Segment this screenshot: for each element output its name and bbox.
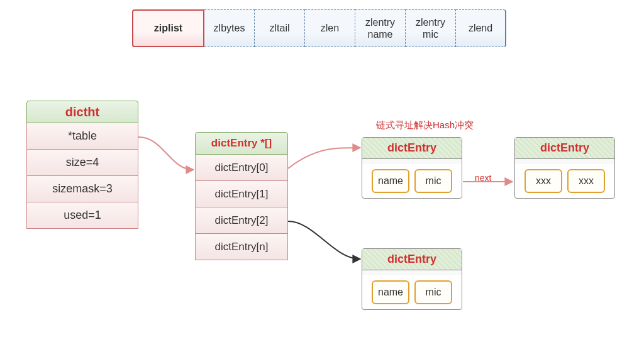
ziplist-field-text: zltail	[269, 22, 289, 34]
dictht-row-size: size=4	[26, 150, 138, 176]
dictentry-title-text: dictEntry	[540, 141, 589, 155]
kv-val-text: xxx	[579, 175, 594, 187]
dictentry-title: dictEntry	[515, 138, 614, 159]
dictht-row-text: used=1	[64, 209, 101, 222]
kv-key-text: xxx	[536, 175, 551, 187]
hash-collision-annotation: 链式寻址解决Hash冲突	[376, 119, 474, 131]
dictentry-row-n: dictEntry[n]	[195, 234, 288, 260]
dictht-row-text: *table	[68, 129, 97, 143]
dictentry-row-text: dictEntry[2]	[214, 214, 268, 227]
dictentry-row-text: dictEntry[n]	[214, 241, 268, 253]
kv-key-chip: name	[372, 169, 409, 193]
dictentry-box-3: dictEntry name mic	[362, 248, 462, 310]
ziplist-field-zltail: zltail	[255, 9, 305, 47]
dictentry-array-struct: dictEntry *[] dictEntry[0] dictEntry[1] …	[195, 132, 288, 260]
dictentry-body: name mic	[362, 159, 462, 198]
ziplist-field-text: zlentry mic	[416, 16, 445, 40]
dictentry-title-text: dictEntry	[387, 253, 436, 266]
kv-val-text: mic	[426, 175, 441, 187]
dictentry-row-text: dictEntry[1]	[214, 188, 268, 201]
dictht-row-sizemask: sizemask=3	[26, 176, 138, 202]
dictentry-row-0: dictEntry[0]	[195, 155, 288, 181]
ziplist-field-text: zlen	[321, 22, 339, 34]
kv-key-text: name	[378, 287, 403, 298]
arrow-table-to-array	[138, 137, 194, 170]
ziplist-field-zlentry-name: zlentry name	[355, 9, 406, 47]
kv-key-chip: name	[372, 280, 409, 304]
dictentry-row-2: dictEntry[2]	[195, 207, 288, 234]
dictentry-row-1: dictEntry[1]	[195, 181, 288, 207]
kv-val-chip: xxx	[567, 169, 605, 193]
dictht-title: dictht	[26, 101, 138, 123]
ziplist-layout-row: ziplist zlbytes zltail zlen zlentry name…	[132, 9, 506, 47]
dictentry-title: dictEntry	[362, 249, 462, 270]
arrow-entry0-to-de1	[288, 148, 360, 168]
ziplist-field-zlen: zlen	[305, 9, 355, 47]
dictentry-title: dictEntry	[362, 138, 462, 159]
ziplist-field-text: zlend	[469, 22, 492, 34]
dictentry-array-title-text: dictEntry *[]	[211, 137, 272, 150]
arrow-entry2-to-de3	[288, 221, 360, 259]
dictht-row-text: size=4	[66, 156, 99, 169]
kv-val-chip: mic	[414, 169, 452, 193]
dictentry-array-title: dictEntry *[]	[195, 132, 288, 155]
ziplist-label: ziplist	[154, 22, 182, 34]
ziplist-field-text: zlentry name	[365, 16, 395, 40]
ziplist-label-cell: ziplist	[132, 9, 204, 47]
next-label-text: next	[475, 173, 491, 183]
dictentry-box-1: dictEntry name mic	[362, 137, 462, 199]
kv-val-chip: mic	[414, 280, 452, 304]
dictht-struct: dictht *table size=4 sizemask=3 used=1	[26, 101, 138, 229]
dictht-title-text: dictht	[65, 105, 99, 119]
annotation-text: 链式寻址解决Hash冲突	[376, 119, 474, 130]
ziplist-field-zlbytes: zlbytes	[204, 9, 255, 47]
dictentry-box-2: dictEntry xxx xxx	[514, 137, 615, 199]
next-pointer-label: next	[475, 173, 491, 183]
dictentry-title-text: dictEntry	[387, 141, 436, 155]
dictentry-body: xxx xxx	[515, 159, 614, 198]
dictht-row-table: *table	[26, 123, 138, 150]
ziplist-field-text: zlbytes	[214, 22, 245, 34]
ziplist-field-zlentry-mic: zlentry mic	[406, 9, 456, 47]
ziplist-field-zlend: zlend	[456, 9, 506, 47]
dictentry-row-text: dictEntry[0]	[214, 162, 268, 174]
dictentry-body: name mic	[362, 270, 462, 309]
dictht-row-used: used=1	[26, 202, 138, 229]
kv-val-text: mic	[426, 287, 441, 298]
kv-key-chip: xxx	[525, 169, 562, 193]
kv-key-text: name	[378, 175, 403, 187]
dictht-row-text: sizemask=3	[52, 182, 113, 196]
